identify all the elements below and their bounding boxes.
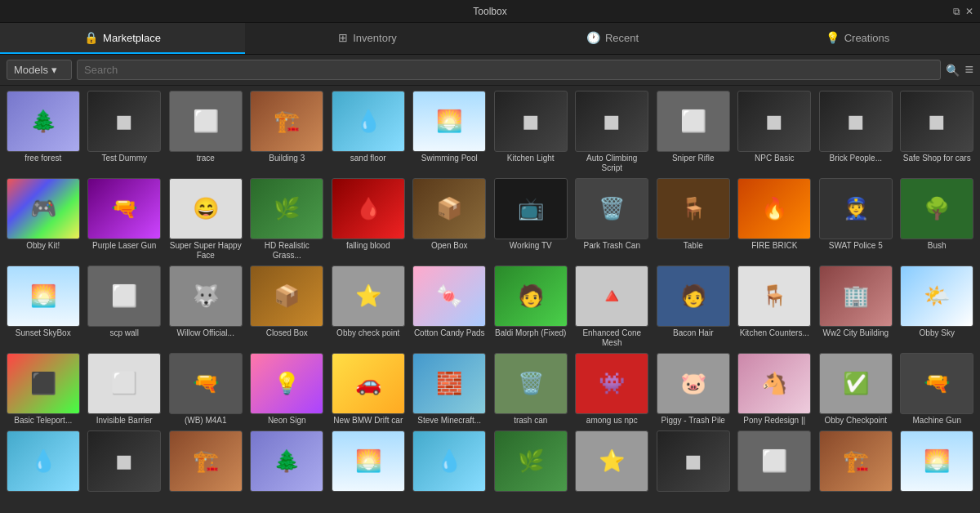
list-item[interactable]: ◼NPC Basic bbox=[735, 89, 815, 175]
list-item[interactable]: 🗑️trash can bbox=[491, 351, 571, 427]
list-item[interactable]: 👾among us npc bbox=[572, 351, 653, 427]
list-item[interactable]: 😄Super Super Happy Face bbox=[166, 176, 246, 262]
list-item[interactable]: ◼ bbox=[85, 429, 165, 495]
list-item[interactable]: 💡Neon Sign bbox=[247, 351, 327, 427]
item-thumbnail: 🎮 bbox=[7, 178, 80, 239]
item-label: trash can bbox=[514, 416, 547, 426]
item-label: Baldi Morph (Fixed) bbox=[495, 328, 566, 338]
list-item[interactable]: 🚗New BMW Drift car bbox=[328, 351, 408, 427]
title-bar: Toolbox ⧉ ✕ bbox=[0, 0, 980, 23]
list-item[interactable]: 🌿 bbox=[491, 429, 571, 495]
list-item[interactable]: 🐷Piggy - Trash Pile bbox=[653, 351, 733, 427]
inventory-icon: ⊞ bbox=[338, 31, 348, 44]
list-item[interactable]: ⬜Sniper Rifle bbox=[653, 89, 733, 175]
list-item[interactable]: 🌳Bush bbox=[898, 176, 978, 262]
list-item[interactable]: 🔫(WB) M4A1 bbox=[166, 351, 246, 427]
item-thumbnail: ⬜ bbox=[169, 91, 243, 152]
item-label: Swimming Pool bbox=[421, 154, 478, 163]
list-item[interactable]: 🌅 bbox=[328, 429, 408, 495]
tab-marketplace[interactable]: 🔒 Marketplace bbox=[0, 23, 245, 54]
models-dropdown[interactable]: Models ▾ bbox=[7, 60, 72, 80]
list-item[interactable]: 💧sand floor bbox=[328, 89, 408, 175]
window-controls[interactable]: ⧉ ✕ bbox=[953, 6, 973, 17]
item-thumbnail: 🐺 bbox=[169, 265, 243, 327]
list-item[interactable]: 🧑Baldi Morph (Fixed) bbox=[491, 264, 571, 350]
list-item[interactable]: ◼ bbox=[653, 429, 733, 495]
list-item[interactable]: 🗑️Park Trash Can bbox=[572, 176, 653, 262]
list-item[interactable]: ◼Safe Shop for cars bbox=[898, 89, 978, 175]
list-item[interactable]: 🎮Obby Kit! bbox=[3, 176, 83, 262]
search-icon[interactable]: 🔍 bbox=[946, 64, 960, 77]
list-item[interactable]: 🌿HD Realistic Grass... bbox=[247, 176, 327, 262]
list-item[interactable]: 🏗️ bbox=[816, 429, 896, 495]
item-thumbnail: 💡 bbox=[250, 353, 323, 414]
filter-icon[interactable]: ≡ bbox=[964, 61, 973, 78]
restore-icon[interactable]: ⧉ bbox=[953, 6, 960, 17]
list-item[interactable]: ◼Brick People... bbox=[816, 89, 896, 175]
list-item[interactable]: 🌲free forest bbox=[3, 89, 83, 175]
tab-inventory[interactable]: ⊞ Inventory bbox=[245, 23, 490, 54]
list-item[interactable]: ⭐Obby check point bbox=[328, 264, 408, 350]
item-thumbnail: 🔫 bbox=[900, 353, 973, 414]
item-label: Ww2 City Building bbox=[822, 328, 889, 338]
item-label: Table bbox=[684, 241, 703, 251]
list-item[interactable]: ⬜trace bbox=[166, 89, 246, 175]
search-bar: Models ▾ 🔍 ≡ bbox=[0, 55, 980, 86]
item-label: Test Dummy bbox=[101, 154, 147, 163]
list-item[interactable]: 🌤️Obby Sky bbox=[898, 264, 978, 350]
tab-recent[interactable]: 🕐 Recent bbox=[490, 23, 735, 54]
list-item[interactable]: ⭐ bbox=[572, 429, 653, 495]
item-thumbnail: 📦 bbox=[250, 265, 323, 327]
tab-creations[interactable]: 💡 Creations bbox=[735, 23, 980, 54]
list-item[interactable]: 🪑Kitchen Counters... bbox=[735, 264, 815, 350]
item-thumbnail: 🐷 bbox=[657, 353, 730, 414]
list-item[interactable]: 📺Working TV bbox=[491, 176, 571, 262]
list-item[interactable]: 👮SWAT Police 5 bbox=[816, 176, 896, 262]
list-item[interactable]: ✅Obby Checkpoint bbox=[816, 351, 896, 427]
list-item[interactable]: ◼Test Dummy bbox=[85, 89, 165, 175]
list-item[interactable]: 🌲 bbox=[247, 429, 327, 495]
list-item[interactable]: 💧 bbox=[410, 429, 490, 495]
list-item[interactable]: 🧱Steve Minecraft... bbox=[410, 351, 490, 427]
list-item[interactable]: 🌅Sunset SkyBox bbox=[3, 264, 83, 350]
list-item[interactable]: 🌅 bbox=[898, 429, 978, 495]
search-input[interactable] bbox=[84, 64, 933, 76]
item-thumbnail: 🔫 bbox=[87, 178, 161, 239]
list-item[interactable]: 🔫Purple Laser Gun bbox=[85, 176, 165, 262]
item-thumbnail: 🧑 bbox=[657, 265, 730, 327]
list-item[interactable]: 🪑Table bbox=[653, 176, 733, 262]
list-item[interactable]: 📦Closed Box bbox=[247, 264, 327, 350]
list-item[interactable]: 🏗️Building 3 bbox=[247, 89, 327, 175]
item-thumbnail: 📺 bbox=[494, 178, 568, 239]
list-item[interactable]: 🔥FIRE BRICK bbox=[735, 176, 815, 262]
list-item[interactable]: 🌅Swimming Pool bbox=[410, 89, 490, 175]
item-label: HD Realistic Grass... bbox=[250, 241, 323, 261]
items-grid: 🌲free forest◼Test Dummy⬜trace🏗️Building … bbox=[0, 86, 980, 496]
item-thumbnail: 🏗️ bbox=[819, 430, 893, 492]
item-thumbnail: 😄 bbox=[169, 178, 243, 239]
list-item[interactable]: 🧑Bacon Hair bbox=[653, 264, 733, 350]
item-thumbnail: 🌅 bbox=[412, 91, 486, 152]
list-item[interactable]: 🍬Cotton Candy Pads bbox=[410, 264, 490, 350]
item-thumbnail: 👮 bbox=[819, 178, 893, 239]
list-item[interactable]: 🔺Enhanced Cone Mesh bbox=[572, 264, 653, 350]
list-item[interactable]: 🐺Willow Official... bbox=[166, 264, 246, 350]
list-item[interactable]: ⬛Basic Teleport... bbox=[3, 351, 83, 427]
list-item[interactable]: 🏗️ bbox=[166, 429, 246, 495]
close-icon[interactable]: ✕ bbox=[965, 6, 973, 17]
list-item[interactable]: ⬜ bbox=[735, 429, 815, 495]
list-item[interactable]: 🩸falling blood bbox=[328, 176, 408, 262]
list-item[interactable]: ⬜Invisible Barrier bbox=[85, 351, 165, 427]
list-item[interactable]: ⬜scp wall bbox=[85, 264, 165, 350]
list-item[interactable]: 🐴Pony Redesign || bbox=[735, 351, 815, 427]
list-item[interactable]: 💧 bbox=[3, 429, 83, 495]
list-item[interactable]: 🏢Ww2 City Building bbox=[816, 264, 896, 350]
item-label: New BMW Drift car bbox=[333, 416, 403, 426]
item-thumbnail: 🌤️ bbox=[900, 265, 973, 327]
list-item[interactable]: ◼Auto Climbing Script bbox=[572, 89, 653, 175]
list-item[interactable]: 🔫Machine Gun bbox=[898, 351, 978, 427]
item-label: NPC Basic bbox=[755, 154, 794, 163]
list-item[interactable]: ◼Kitchen Light bbox=[491, 89, 571, 175]
list-item[interactable]: 📦Open Box bbox=[410, 176, 490, 262]
tab-recent-label: Recent bbox=[605, 32, 639, 44]
